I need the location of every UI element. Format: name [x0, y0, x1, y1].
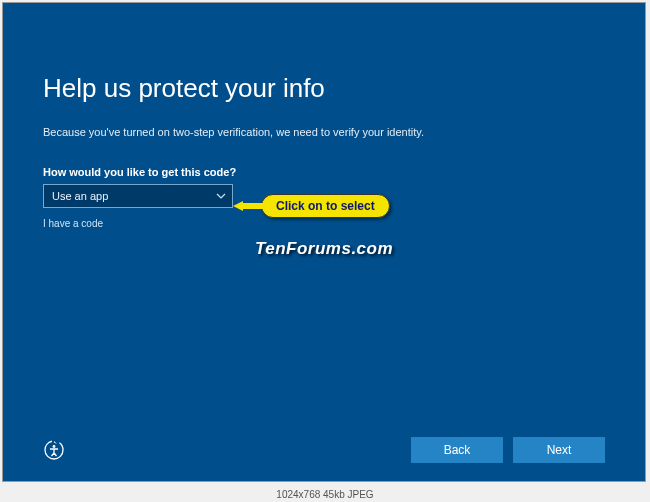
page-title: Help us protect your info — [43, 73, 605, 104]
verification-method-label: How would you like to get this code? — [43, 166, 605, 178]
svg-point-1 — [53, 445, 56, 448]
footer-buttons: Back Next — [411, 437, 605, 463]
verification-method-select[interactable]: Use an app — [43, 184, 233, 208]
back-button[interactable]: Back — [411, 437, 503, 463]
image-meta: 1024x768 45kb JPEG — [276, 489, 373, 500]
watermark-text: TenForums.com — [255, 239, 393, 259]
oobe-screen: Help us protect your info Because you've… — [2, 2, 646, 482]
footer-bar: Back Next — [43, 437, 605, 463]
callout-text: Click on to select — [261, 194, 390, 218]
select-value: Use an app — [52, 190, 108, 202]
callout-arrow-icon — [233, 199, 261, 213]
next-button[interactable]: Next — [513, 437, 605, 463]
ease-of-access-icon[interactable] — [43, 439, 65, 461]
chevron-down-icon — [216, 193, 226, 199]
page-subtitle: Because you've turned on two-step verifi… — [43, 126, 605, 138]
i-have-a-code-link[interactable]: I have a code — [43, 218, 103, 229]
annotation-callout: Click on to select — [233, 191, 398, 221]
